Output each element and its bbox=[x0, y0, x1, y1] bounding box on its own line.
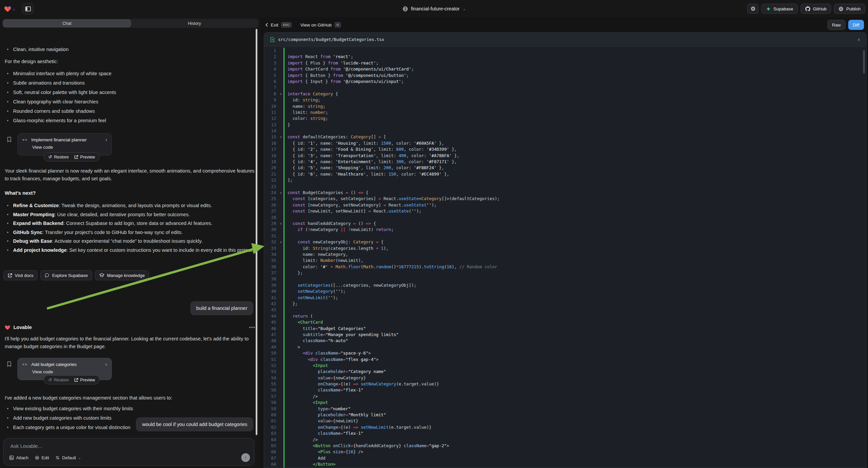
fold-toggle bbox=[278, 116, 283, 121]
gear-icon: ⚙ bbox=[750, 6, 755, 12]
code-scrollbar[interactable] bbox=[863, 50, 865, 74]
line-number: 67 bbox=[264, 455, 278, 461]
lovable-logo-menu[interactable]: ⌄ bbox=[4, 5, 16, 12]
code-line: 20 { id: '5', name: 'Shopping', limit: 2… bbox=[264, 165, 866, 171]
code-text: <Plus size={16} /> bbox=[283, 449, 866, 455]
line-number: 18 bbox=[264, 153, 278, 159]
line-number: 36 bbox=[264, 264, 278, 270]
code-line: 10 name: string; bbox=[264, 104, 866, 110]
line-number: 28 bbox=[264, 214, 278, 221]
restore-button[interactable]: ↺ Restore bbox=[48, 377, 69, 382]
settings-button[interactable]: ⚙ bbox=[747, 4, 758, 14]
restore-button[interactable]: ↺ Restore bbox=[48, 154, 69, 159]
line-number: 14 bbox=[264, 128, 278, 134]
list-item: Debug with Ease: Activate our experiment… bbox=[0, 237, 260, 245]
code-text: > bbox=[283, 344, 866, 350]
chevron-up-icon[interactable]: ∧ bbox=[857, 37, 860, 42]
code-text bbox=[283, 307, 866, 313]
explore-supabase-button[interactable]: Explore Supabase bbox=[40, 270, 92, 280]
chevron-left-icon bbox=[266, 23, 268, 27]
view-code-link[interactable]: View code bbox=[32, 369, 107, 374]
whats-next-heading: What's next? bbox=[0, 190, 260, 196]
line-number: 56 bbox=[264, 387, 278, 393]
send-button[interactable]: ↑ bbox=[241, 453, 250, 462]
line-number: 24 bbox=[264, 190, 278, 196]
restore-icon: ↺ bbox=[48, 377, 52, 382]
code-line: 52 <Input bbox=[264, 362, 866, 369]
fold-toggle[interactable]: ∨ bbox=[278, 134, 283, 140]
fold-toggle[interactable]: ∨ bbox=[278, 221, 283, 227]
fold-toggle bbox=[278, 54, 283, 60]
file-header[interactable]: src/components/budget/BudgetCategories.t… bbox=[264, 33, 866, 47]
topbar: ⌄ financial-future-creator ⌄ ⚙ bbox=[0, 0, 868, 18]
code-text: name: string; bbox=[283, 104, 866, 110]
code-line: 40 setNewCategory(''); bbox=[264, 288, 866, 294]
fold-toggle bbox=[278, 146, 283, 152]
code-line: 1 bbox=[264, 48, 866, 54]
code-text: import { Plus } from 'lucide-react'; bbox=[283, 60, 866, 66]
code-line: 55 onChange={(e) => setNewCategory(e.tar… bbox=[264, 381, 866, 387]
supabase-button[interactable]: Supabase bbox=[761, 4, 798, 14]
tab-history[interactable]: History bbox=[131, 20, 258, 27]
attach-button[interactable]: Attach bbox=[9, 455, 29, 460]
user-message-1: build a financial planner bbox=[190, 301, 253, 315]
code-text: <Input bbox=[283, 400, 866, 406]
line-number: 20 bbox=[264, 165, 278, 171]
line-number: 13 bbox=[264, 122, 278, 128]
visit-docs-button[interactable]: Visit docs bbox=[3, 270, 38, 280]
bookmark-icon[interactable] bbox=[7, 137, 12, 142]
code-line: 25 const [categories, setCategories] = R… bbox=[264, 196, 866, 202]
code-text: <Button onClick={handleAddCategory} clas… bbox=[283, 443, 866, 449]
globe-icon bbox=[402, 6, 408, 12]
github-button[interactable]: GitHub bbox=[801, 4, 831, 14]
code-line: 36 color: '#' + Math.floor(Math.random()… bbox=[264, 264, 866, 270]
code-line: 54 value={newCategory} bbox=[264, 375, 866, 381]
bookmark-icon[interactable] bbox=[7, 361, 12, 367]
line-number: 59 bbox=[264, 406, 278, 412]
line-number: 21 bbox=[264, 171, 278, 177]
project-selector[interactable]: financial-future-creator ⌄ bbox=[402, 0, 466, 18]
fold-toggle[interactable]: ∨ bbox=[278, 91, 283, 97]
line-number: 42 bbox=[264, 301, 278, 307]
chat-history-tabs: Chat History bbox=[2, 19, 259, 28]
fold-toggle bbox=[278, 313, 283, 319]
code-text bbox=[283, 214, 866, 221]
fold-toggle bbox=[278, 245, 283, 252]
fold-toggle bbox=[278, 48, 283, 54]
preview-button[interactable]: Preview bbox=[74, 155, 95, 159]
line-number: 68 bbox=[264, 461, 278, 467]
version-title: Add budget categories bbox=[31, 362, 76, 367]
code-line: 59 type="number" bbox=[264, 406, 866, 412]
fold-toggle bbox=[278, 412, 283, 418]
publish-button[interactable]: Publish bbox=[834, 4, 865, 14]
fold-toggle[interactable]: ∨ bbox=[278, 239, 283, 245]
fold-toggle[interactable]: ∨ bbox=[278, 190, 283, 196]
chat-input[interactable]: Ask Lovable... bbox=[10, 443, 249, 449]
manage-knowledge-button[interactable]: Manage knowledge bbox=[95, 270, 149, 280]
line-number: 32 bbox=[264, 239, 278, 245]
code-line: 60 placeholder="Monthly limit" bbox=[264, 412, 866, 418]
mode-select[interactable]: Default ⌄ bbox=[55, 455, 81, 460]
code-text: placeholder="Monthly limit" bbox=[283, 412, 866, 418]
more-menu-icon[interactable]: ••• bbox=[249, 324, 255, 330]
code-line: 35 limit: Number(newLimit), bbox=[264, 258, 866, 264]
sidebar-toggle-button[interactable] bbox=[22, 3, 34, 14]
chat-scroll-area: Clean, intuitive navigation For the desi… bbox=[0, 18, 260, 468]
diff-button[interactable]: Diff bbox=[848, 20, 864, 30]
exit-button[interactable]: Exit ESC bbox=[266, 22, 291, 28]
code-line: 63 className="flex-1" bbox=[264, 430, 866, 436]
edit-button[interactable]: Edit bbox=[35, 455, 49, 460]
code-text: { id: '6', name: 'Healthcare', limit: 15… bbox=[283, 171, 866, 177]
view-code-link[interactable]: View code bbox=[32, 145, 107, 150]
graduation-cap-icon bbox=[99, 273, 104, 277]
preview-button[interactable]: Preview bbox=[74, 378, 95, 382]
chevron-down-icon: ⌄ bbox=[463, 7, 466, 11]
code-text: const [categories, setCategories] = Reac… bbox=[283, 196, 866, 202]
chat-scrollbar[interactable] bbox=[256, 29, 257, 435]
code-text: ]; bbox=[283, 177, 866, 183]
view-on-github-link[interactable]: View on GitHub G bbox=[300, 22, 341, 28]
code-line: 62 onChange={(e) => setNewLimit(e.target… bbox=[264, 425, 866, 430]
raw-button[interactable]: Raw bbox=[828, 20, 845, 30]
tab-chat[interactable]: Chat bbox=[3, 20, 131, 27]
code-text: placeholder="Category name" bbox=[283, 369, 866, 375]
